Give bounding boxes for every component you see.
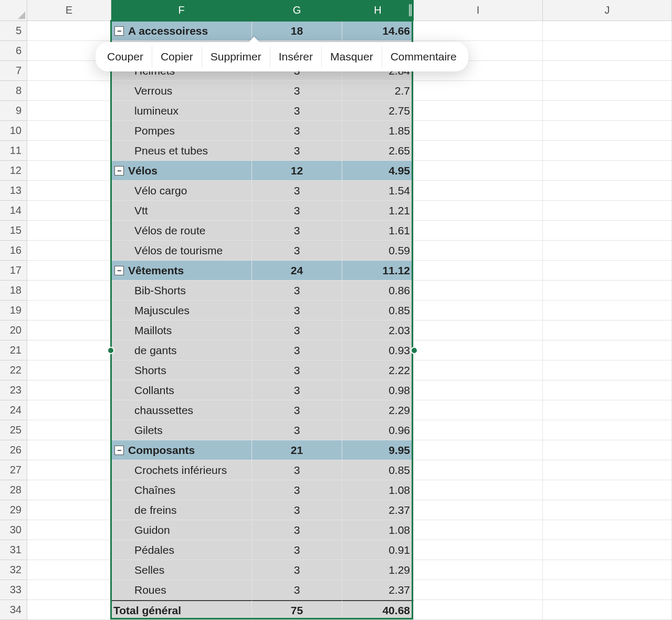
cell-I[interactable] — [414, 500, 543, 520]
cell-J[interactable] — [543, 540, 672, 560]
cell-H[interactable]: 2.75 — [342, 101, 414, 121]
cell-G[interactable]: 3 — [252, 81, 342, 101]
cell-G[interactable]: 12 — [252, 161, 342, 181]
ctx-insert[interactable]: Insérer — [270, 46, 322, 67]
row-header[interactable]: 20 — [0, 321, 27, 340]
cell-G[interactable]: 3 — [252, 141, 342, 161]
cell-J[interactable] — [543, 321, 672, 340]
ctx-copy[interactable]: Copier — [152, 46, 202, 67]
cell-J[interactable] — [543, 161, 672, 181]
cell-J[interactable] — [543, 261, 672, 281]
row-header[interactable]: 21 — [0, 340, 27, 360]
cell-G[interactable]: 3 — [252, 480, 342, 500]
row-header[interactable]: 24 — [0, 400, 27, 420]
cell-H[interactable]: 2.37 — [342, 500, 414, 520]
cell-I[interactable] — [414, 340, 543, 360]
cell-J[interactable] — [543, 460, 672, 480]
row-header[interactable]: 14 — [0, 201, 27, 221]
cell-F[interactable]: Pneus et tubes — [111, 141, 252, 161]
cell-I[interactable] — [414, 221, 543, 241]
cell-F[interactable]: Selles — [111, 560, 252, 580]
cell-J[interactable] — [543, 61, 672, 81]
row-header[interactable]: 10 — [0, 121, 27, 141]
cell-J[interactable] — [543, 241, 672, 261]
cell-F[interactable]: de gants — [111, 340, 252, 360]
cell-F[interactable]: Gilets — [111, 420, 252, 440]
cell-G[interactable]: 3 — [252, 460, 342, 480]
cell-F[interactable]: −Vélos — [111, 161, 252, 181]
cell-G[interactable]: 3 — [252, 400, 342, 420]
cell-J[interactable] — [543, 360, 672, 380]
cell-F[interactable]: Crochets inférieurs — [111, 460, 252, 480]
cell-F[interactable]: Shorts — [111, 360, 252, 380]
row-header[interactable]: 33 — [0, 580, 27, 600]
cell-J[interactable] — [543, 101, 672, 121]
cell-F[interactable]: lumineux — [111, 101, 252, 121]
cell-H[interactable]: 0.91 — [342, 540, 414, 560]
cell-G[interactable]: 24 — [252, 261, 342, 281]
cell-F[interactable]: Pédales — [111, 540, 252, 560]
cell-E[interactable] — [27, 440, 111, 460]
cell-F[interactable]: −A accessoiress — [111, 21, 252, 41]
cell-J[interactable] — [543, 580, 672, 600]
cell-G[interactable]: 3 — [252, 340, 342, 360]
cell-E[interactable] — [27, 261, 111, 281]
cell-I[interactable] — [414, 380, 543, 400]
cell-J[interactable] — [543, 500, 672, 520]
cell-I[interactable] — [414, 360, 543, 380]
cell-G[interactable]: 21 — [252, 440, 342, 460]
cell-J[interactable] — [543, 21, 672, 41]
cell-H[interactable]: 0.96 — [342, 420, 414, 440]
cell-J[interactable] — [543, 420, 672, 440]
row-header[interactable]: 23 — [0, 380, 27, 400]
cell-E[interactable] — [27, 400, 111, 420]
cell-H[interactable]: 0.98 — [342, 380, 414, 400]
cell-I[interactable] — [414, 141, 543, 161]
cell-E[interactable] — [27, 560, 111, 580]
cell-E[interactable] — [27, 301, 111, 321]
cell-H[interactable]: 4.95 — [342, 161, 414, 181]
row-header[interactable]: 26 — [0, 440, 27, 460]
row-header[interactable]: 5 — [0, 21, 27, 41]
cell-G[interactable]: 3 — [252, 420, 342, 440]
cell-G[interactable]: 3 — [252, 580, 342, 600]
cell-E[interactable] — [27, 321, 111, 340]
cell-J[interactable] — [543, 480, 672, 500]
cell-H[interactable]: 9.95 — [342, 440, 414, 460]
cell-E[interactable] — [27, 141, 111, 161]
cell-E[interactable] — [27, 380, 111, 400]
column-header-H[interactable]: H — [342, 0, 414, 21]
column-header-J[interactable]: J — [543, 0, 672, 21]
cell-H[interactable]: 2.7 — [342, 81, 414, 101]
cell-H[interactable]: 1.54 — [342, 181, 414, 201]
row-header[interactable]: 13 — [0, 181, 27, 201]
cell-J[interactable] — [543, 121, 672, 141]
cell-H[interactable]: 1.21 — [342, 201, 414, 221]
cell-J[interactable] — [543, 81, 672, 101]
collapse-icon[interactable]: − — [114, 266, 124, 275]
cell-F[interactable]: Bib-Shorts — [111, 281, 252, 301]
cell-I[interactable] — [414, 121, 543, 141]
row-header[interactable]: 19 — [0, 301, 27, 321]
row-header[interactable]: 29 — [0, 500, 27, 520]
collapse-icon[interactable]: − — [114, 26, 124, 36]
ctx-comment[interactable]: Commentaire — [382, 46, 465, 67]
column-header-F[interactable]: F — [111, 0, 252, 21]
cell-H[interactable]: 0.93 — [342, 340, 414, 360]
row-header[interactable]: 7 — [0, 61, 27, 81]
cell-H[interactable]: 40.68 — [342, 600, 414, 620]
cell-I[interactable] — [414, 400, 543, 420]
cell-F[interactable]: −Composants — [111, 440, 252, 460]
cell-E[interactable] — [27, 540, 111, 560]
cell-J[interactable] — [543, 181, 672, 201]
cell-E[interactable] — [27, 161, 111, 181]
cell-E[interactable] — [27, 460, 111, 480]
cell-E[interactable] — [27, 181, 111, 201]
cell-G[interactable]: 3 — [252, 560, 342, 580]
cell-H[interactable]: 2.37 — [342, 580, 414, 600]
cell-F[interactable]: Collants — [111, 380, 252, 400]
cell-I[interactable] — [414, 480, 543, 500]
cell-F[interactable]: Roues — [111, 580, 252, 600]
cell-I[interactable] — [414, 261, 543, 281]
cell-F[interactable]: −Vêtements — [111, 261, 252, 281]
